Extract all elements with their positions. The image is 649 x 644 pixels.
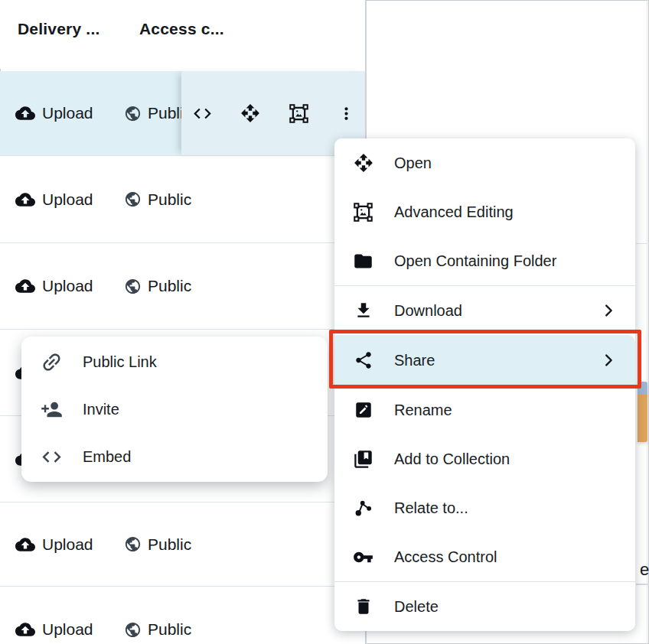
menu-item-label: Rename [394, 402, 452, 419]
globe-icon [124, 190, 142, 208]
delivery-cell: Upload [0, 620, 124, 639]
delivery-cell: Upload [0, 535, 124, 555]
submenu-item-label: Embed [83, 448, 131, 466]
submenu-item-label: Public Link [83, 353, 157, 371]
menu-item-download[interactable]: Download [334, 286, 635, 335]
delivery-value: Upload [42, 190, 93, 209]
globe-icon [124, 621, 142, 639]
cloud-upload-icon [15, 103, 35, 123]
cloud-upload-icon [15, 535, 35, 555]
share-submenu: Public Link Invite Embed [21, 337, 328, 482]
menu-item-open-containing-folder[interactable]: Open Containing Folder [334, 236, 635, 285]
delivery-cell: Upload [0, 103, 124, 123]
access-cell: Public [124, 620, 191, 639]
delivery-value: Upload [42, 277, 93, 295]
row-divider-fragment [636, 584, 649, 585]
row-divider-fragment [636, 243, 649, 244]
globe-icon [124, 535, 142, 553]
access-cell: Public [124, 535, 191, 554]
menu-item-label: Add to Collection [394, 450, 510, 468]
submenu-item-invite[interactable]: Invite [21, 385, 328, 433]
table-row[interactable]: Upload Public [0, 502, 365, 586]
delivery-value: Upload [42, 535, 93, 554]
more-vertical-icon[interactable] [337, 104, 356, 123]
globe-icon [124, 278, 142, 295]
collection-bookmark-icon [353, 449, 373, 470]
access-value: Public [148, 190, 191, 209]
column-header-access[interactable]: Access c... [139, 20, 224, 38]
open-move-icon[interactable] [240, 103, 260, 123]
submenu-item-embed[interactable]: Embed [21, 433, 328, 480]
column-header-delivery[interactable]: Delivery ... [18, 20, 99, 38]
menu-item-label: Open [394, 154, 432, 172]
delivery-value: Upload [42, 104, 93, 122]
obscured-text-fragment: e [640, 560, 649, 580]
relation-graph-icon [353, 498, 373, 518]
chevron-right-icon [598, 302, 618, 319]
menu-item-label: Download [394, 302, 462, 320]
table-header: Delivery ... Access c... [0, 0, 365, 69]
globe-icon [124, 105, 142, 122]
thumbnail-body [638, 395, 647, 442]
open-move-icon [353, 153, 373, 173]
access-cell: Public [124, 277, 191, 295]
menu-item-access-control[interactable]: Access Control [334, 532, 635, 581]
table-row[interactable]: Upload Public [0, 242, 365, 329]
menu-item-advanced-editing[interactable]: Advanced Editing [334, 187, 635, 236]
cloud-upload-icon [15, 276, 35, 296]
download-icon [353, 301, 373, 320]
menu-item-label: Share [394, 352, 435, 369]
rename-icon [353, 400, 373, 420]
access-value: Public [148, 277, 191, 295]
screen: Delivery ... Access c... Upload Public U… [0, 0, 649, 644]
context-menu: Open Advanced Editing Open Containing Fo… [334, 138, 635, 631]
access-cell: Public [124, 190, 191, 209]
document-thumbnail-sliver [638, 382, 647, 442]
embed-code-icon[interactable] [192, 103, 213, 124]
submenu-item-public-link[interactable]: Public Link [21, 338, 328, 385]
menu-item-label: Open Containing Folder [394, 252, 556, 270]
menu-item-label: Delete [394, 598, 439, 616]
menu-item-share[interactable]: Share [334, 335, 635, 385]
delivery-value: Upload [42, 620, 93, 639]
key-icon [353, 547, 373, 568]
cloud-upload-icon [15, 620, 35, 639]
menu-item-open[interactable]: Open [334, 138, 635, 187]
menu-item-rename[interactable]: Rename [334, 385, 635, 434]
advanced-editing-icon[interactable] [289, 103, 309, 124]
submenu-item-label: Invite [83, 401, 119, 418]
delivery-cell: Upload [0, 190, 124, 210]
table-row[interactable]: Upload Public [0, 155, 365, 242]
trash-icon [353, 597, 373, 616]
menu-item-label: Advanced Editing [394, 203, 514, 221]
embed-code-icon [40, 446, 64, 468]
menu-item-add-to-collection[interactable]: Add to Collection [334, 434, 635, 483]
link-icon [40, 350, 64, 374]
access-value: Public [148, 620, 191, 639]
chevron-right-icon [598, 352, 618, 369]
share-icon [353, 350, 373, 370]
table-row[interactable]: Upload Public [0, 586, 365, 644]
menu-item-label: Access Control [394, 548, 497, 566]
delivery-cell: Upload [0, 276, 124, 296]
person-add-icon [40, 398, 64, 421]
menu-item-relate-to[interactable]: Relate to... [334, 483, 635, 532]
cloud-upload-icon [15, 190, 35, 210]
access-value: Public [148, 535, 191, 554]
thumbnail-sky [638, 382, 647, 395]
folder-icon [353, 251, 373, 272]
table-column-border-right [647, 0, 647, 644]
advanced-editing-icon [353, 202, 373, 223]
menu-item-delete[interactable]: Delete [334, 582, 635, 631]
menu-item-label: Relate to... [394, 499, 468, 517]
